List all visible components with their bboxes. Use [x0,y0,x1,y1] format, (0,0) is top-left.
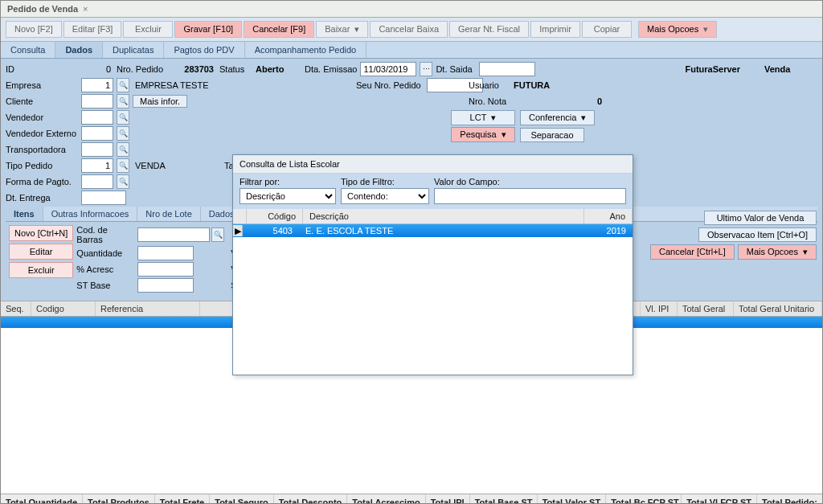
item-right-actions: Ultimo Valor de Venda Observacao Item [C… [650,211,817,260]
gerar-nf-button[interactable]: Gerar Nt. Fiscal [449,21,529,38]
empresa-code-input[interactable] [81,78,113,92]
th-desc: Total Desconto [274,494,348,504]
col-codigo[interactable]: Codigo [31,301,96,316]
forma-pg-lookup-icon[interactable]: 🔍 [117,174,129,189]
th-valorst: Total Valor ST [538,494,607,504]
item-mais-opcoes-button[interactable]: Mais Opcoes [738,244,817,260]
status-value: Aberto [253,64,301,74]
cod-barras-lookup-icon[interactable]: 🔍 [211,227,224,242]
col-vl-ipi[interactable]: Vl. IPI [641,301,678,316]
main-toolbar: Novo [F2] Editar [F3] Excluir Gravar [F1… [1,18,822,42]
nro-pedido-value: 283703 [168,64,216,74]
cancelar-button[interactable]: Cancelar [F9] [244,21,314,38]
excluir-button[interactable]: Excluir [123,21,173,38]
cliente-code-input[interactable] [81,94,113,109]
transp-lookup-icon[interactable]: 🔍 [117,142,129,157]
cancelar-ctrl-l-button[interactable]: Cancelar [Ctrl+L] [650,244,735,260]
usuario-label: Usuario [469,80,509,90]
popup-col-ano[interactable]: Ano [584,209,633,223]
mais-opcoes-button[interactable]: Mais Opcoes [638,21,717,38]
tab-outras-info[interactable]: Outras Informacoes [43,207,138,221]
popup-col-codigo[interactable]: Código [247,209,303,223]
vendedor-lookup-icon[interactable]: 🔍 [117,110,129,125]
obs-item-button[interactable]: Observacao Item [Ctrl+O] [698,227,817,242]
copiar-button[interactable]: Copiar [582,21,632,38]
tab-consulta[interactable]: Consulta [1,42,55,58]
totals-header: Total Quantidade Total Produtos Total Fr… [1,494,822,504]
lct-button[interactable]: LCT [451,110,515,125]
valor-campo-label: Valor do Campo: [434,177,626,186]
tab-pagtos[interactable]: Pagtos do PDV [164,42,244,58]
window-title: Pedido de Venda [7,4,78,14]
st-base-label: ST Base [76,281,133,290]
popup-row-descricao: E. E. ESCOLA TESTE [299,224,584,237]
dt-entrega-input[interactable] [81,191,126,205]
tab-nro-lote[interactable]: Nro de Lote [137,207,200,221]
vendedor-externo-input[interactable] [81,126,113,141]
forma-pagto-label: Forma de Pagto. [6,177,78,186]
row-indicator-icon: ▶ [233,225,243,236]
popup-grid-body[interactable] [233,237,633,375]
col-total-geral[interactable]: Total Geral [678,301,734,316]
gravar-button[interactable]: Gravar [F10] [174,21,242,38]
th-frete: Total Frete [155,494,210,504]
tipo-pedido-code[interactable] [81,158,113,173]
acresc-input[interactable] [137,262,194,277]
th-qtd: Total Quantidade [1,494,83,504]
cliente-lookup-icon[interactable]: 🔍 [117,94,129,109]
cod-barras-input[interactable] [137,227,210,242]
close-tab-icon[interactable]: × [83,4,88,14]
empresa-lookup-icon[interactable]: 🔍 [117,78,129,92]
filtrar-por-select[interactable]: Descrição [240,188,336,204]
col-referencia[interactable]: Referencia [96,301,200,316]
popup-title: Consulta de Lista Escolar [233,155,633,174]
ultimo-valor-button[interactable]: Ultimo Valor de Venda [704,211,817,225]
th-ipi: Total IPI [426,494,470,504]
st-base-input[interactable] [137,278,194,293]
th-basest: Total Base ST [470,494,538,504]
nro-nota-label: Nro. Nota [469,96,509,106]
vendedor-externo-label: Vendedor Externo [6,129,78,138]
cliente-label: Cliente [6,96,78,106]
server-value: Venda [764,64,813,74]
editar-button[interactable]: Editar [F3] [63,21,122,38]
imprimir-button[interactable]: Imprimir [530,21,580,38]
item-excluir-button[interactable]: Excluir [9,262,73,278]
section-tabs: Consulta Dados Duplicatas Pagtos do PDV … [1,42,822,59]
th-prod: Total Produtos [83,494,155,504]
tab-acompanhamento[interactable]: Acompanhamento Pedido [245,42,367,58]
acresc-label: % Acresc [76,264,133,274]
tab-dados[interactable]: Dados [55,42,103,58]
nro-pedido-label: Nro. Pedido [117,64,165,74]
popup-col-descricao[interactable]: Descrição [303,209,584,223]
tab-itens[interactable]: Itens [6,207,43,221]
baixar-button[interactable]: Baixar [316,21,368,38]
vendedor-ext-lookup-icon[interactable]: 🔍 [117,126,129,141]
window-tab-bar: Pedido de Venda × [1,1,822,18]
server-label: FuturaServer [686,64,740,74]
novo-button[interactable]: Novo [F2] [6,21,62,38]
transportadora-input[interactable] [81,142,113,157]
cod-barras-label: Cod. de Barras [76,225,133,244]
col-seq[interactable]: Seq. [1,301,31,316]
popup-grid-row[interactable]: ▶ 5403 E. E. ESCOLA TESTE 2019 [233,224,633,237]
dta-emissao-input[interactable] [360,62,416,76]
forma-pagto-code[interactable] [81,174,113,189]
tipo-pedido-lookup-icon[interactable]: 🔍 [117,158,129,173]
id-value: 0 [81,64,113,74]
mais-infor-button[interactable]: Mais infor. [133,95,187,108]
pesquisa-button[interactable]: Pesquisa [451,127,515,142]
valor-campo-input[interactable] [434,188,626,204]
calendar-icon[interactable]: ⋯ [420,62,432,76]
tipo-filtro-select[interactable]: Contendo: [341,188,429,204]
item-novo-button[interactable]: Novo [Ctrl+N] [9,225,73,241]
separacao-button[interactable]: Separacao [520,128,584,142]
cancelar-baixa-button[interactable]: Cancelar Baixa [370,21,448,38]
popup-row-codigo: 5403 [243,224,299,237]
quantidade-input[interactable] [137,246,194,260]
vendedor-code-input[interactable] [81,110,113,125]
conferencia-button[interactable]: Conferencia [520,110,595,125]
col-total-geral-unit[interactable]: Total Geral Unitario [734,301,822,316]
tab-duplicatas[interactable]: Duplicatas [103,42,164,58]
item-editar-button[interactable]: Editar [9,244,73,260]
